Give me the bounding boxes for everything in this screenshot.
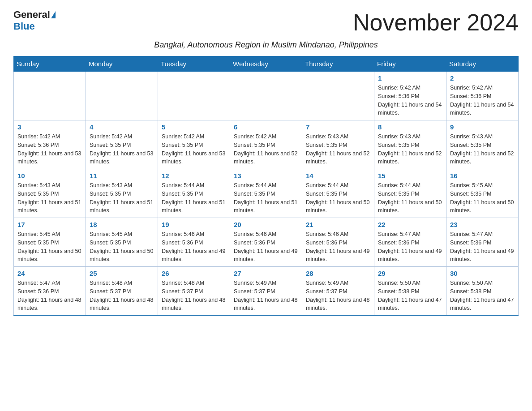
day-of-week-header: Tuesday [158, 56, 230, 72]
calendar-cell: 16Sunrise: 5:45 AMSunset: 5:35 PMDayligh… [446, 169, 519, 218]
day-number: 7 [306, 123, 370, 131]
day-number: 21 [306, 221, 370, 228]
day-number: 25 [90, 270, 154, 277]
calendar-cell: 23Sunrise: 5:47 AMSunset: 5:36 PMDayligh… [446, 218, 519, 267]
day-number: 10 [17, 172, 82, 180]
day-number: 2 [450, 74, 515, 82]
day-number: 9 [450, 123, 515, 131]
calendar-week-row: 3Sunrise: 5:42 AMSunset: 5:36 PMDaylight… [14, 120, 519, 169]
day-info: Sunrise: 5:50 AMSunset: 5:38 PMDaylight:… [378, 279, 442, 313]
calendar-cell: 19Sunrise: 5:46 AMSunset: 5:36 PMDayligh… [158, 218, 230, 267]
calendar-cell: 5Sunrise: 5:42 AMSunset: 5:35 PMDaylight… [158, 120, 230, 169]
day-number: 4 [90, 123, 154, 131]
day-info: Sunrise: 5:45 AMSunset: 5:35 PMDaylight:… [450, 181, 515, 215]
calendar-cell: 1Sunrise: 5:42 AMSunset: 5:36 PMDaylight… [374, 72, 446, 120]
day-number: 19 [162, 221, 226, 228]
day-number: 30 [450, 270, 515, 277]
calendar-cell: 7Sunrise: 5:43 AMSunset: 5:35 PMDaylight… [302, 120, 374, 169]
calendar-cell: 6Sunrise: 5:42 AMSunset: 5:35 PMDaylight… [230, 120, 302, 169]
calendar-week-row: 10Sunrise: 5:43 AMSunset: 5:35 PMDayligh… [14, 169, 519, 218]
day-info: Sunrise: 5:47 AMSunset: 5:36 PMDaylight:… [378, 230, 442, 264]
day-info: Sunrise: 5:42 AMSunset: 5:35 PMDaylight:… [234, 133, 298, 166]
day-info: Sunrise: 5:42 AMSunset: 5:36 PMDaylight:… [450, 84, 515, 117]
calendar-cell: 18Sunrise: 5:45 AMSunset: 5:35 PMDayligh… [86, 218, 158, 267]
calendar-cell [302, 72, 374, 120]
day-of-week-header: Saturday [446, 56, 519, 72]
logo-triangle-icon [51, 11, 56, 18]
calendar-cell: 9Sunrise: 5:43 AMSunset: 5:35 PMDaylight… [446, 120, 519, 169]
calendar-cell: 26Sunrise: 5:48 AMSunset: 5:37 PMDayligh… [158, 267, 230, 316]
calendar-cell: 12Sunrise: 5:44 AMSunset: 5:35 PMDayligh… [158, 169, 230, 218]
calendar-week-row: 17Sunrise: 5:45 AMSunset: 5:35 PMDayligh… [14, 218, 519, 267]
calendar-table: SundayMondayTuesdayWednesdayThursdayFrid… [13, 56, 519, 316]
calendar-cell: 21Sunrise: 5:46 AMSunset: 5:36 PMDayligh… [302, 218, 374, 267]
subtitle: Bangkal, Autonomous Region in Muslim Min… [13, 40, 519, 50]
calendar-week-row: 1Sunrise: 5:42 AMSunset: 5:36 PMDaylight… [14, 72, 519, 120]
day-info: Sunrise: 5:43 AMSunset: 5:35 PMDaylight:… [90, 181, 154, 215]
day-info: Sunrise: 5:49 AMSunset: 5:37 PMDaylight:… [306, 279, 370, 313]
calendar-cell: 13Sunrise: 5:44 AMSunset: 5:35 PMDayligh… [230, 169, 302, 218]
calendar-cell [158, 72, 230, 120]
calendar-cell [14, 72, 86, 120]
day-number: 1 [378, 74, 442, 82]
day-info: Sunrise: 5:45 AMSunset: 5:35 PMDaylight:… [90, 230, 154, 264]
calendar-header-row: SundayMondayTuesdayWednesdayThursdayFrid… [14, 56, 519, 72]
day-number: 24 [17, 270, 82, 277]
calendar-cell: 8Sunrise: 5:43 AMSunset: 5:35 PMDaylight… [374, 120, 446, 169]
page-header: General Blue November 2024 [13, 9, 519, 36]
day-number: 12 [162, 172, 226, 180]
day-number: 18 [90, 221, 154, 228]
day-info: Sunrise: 5:43 AMSunset: 5:35 PMDaylight:… [378, 133, 442, 166]
day-number: 6 [234, 123, 298, 131]
day-number: 11 [90, 172, 154, 180]
day-info: Sunrise: 5:44 AMSunset: 5:35 PMDaylight:… [162, 181, 226, 215]
day-info: Sunrise: 5:43 AMSunset: 5:35 PMDaylight:… [450, 133, 515, 166]
calendar-cell: 14Sunrise: 5:44 AMSunset: 5:35 PMDayligh… [302, 169, 374, 218]
month-title: November 2024 [353, 9, 519, 36]
day-info: Sunrise: 5:42 AMSunset: 5:36 PMDaylight:… [17, 133, 82, 166]
calendar-cell: 20Sunrise: 5:46 AMSunset: 5:36 PMDayligh… [230, 218, 302, 267]
calendar-cell [86, 72, 158, 120]
day-number: 3 [17, 123, 82, 131]
day-info: Sunrise: 5:42 AMSunset: 5:35 PMDaylight:… [90, 133, 154, 166]
day-info: Sunrise: 5:42 AMSunset: 5:36 PMDaylight:… [378, 84, 442, 117]
day-info: Sunrise: 5:42 AMSunset: 5:35 PMDaylight:… [162, 133, 226, 166]
day-info: Sunrise: 5:43 AMSunset: 5:35 PMDaylight:… [17, 181, 82, 215]
day-number: 13 [234, 172, 298, 180]
calendar-cell: 10Sunrise: 5:43 AMSunset: 5:35 PMDayligh… [14, 169, 86, 218]
day-of-week-header: Thursday [302, 56, 374, 72]
logo: General Blue [13, 9, 56, 32]
calendar-cell: 11Sunrise: 5:43 AMSunset: 5:35 PMDayligh… [86, 169, 158, 218]
day-info: Sunrise: 5:48 AMSunset: 5:37 PMDaylight:… [90, 279, 154, 313]
day-info: Sunrise: 5:44 AMSunset: 5:35 PMDaylight:… [306, 181, 370, 215]
day-of-week-header: Friday [374, 56, 446, 72]
day-info: Sunrise: 5:50 AMSunset: 5:38 PMDaylight:… [450, 279, 515, 313]
calendar-cell [230, 72, 302, 120]
day-number: 27 [234, 270, 298, 277]
day-number: 29 [378, 270, 442, 277]
day-info: Sunrise: 5:46 AMSunset: 5:36 PMDaylight:… [234, 230, 298, 264]
calendar-cell: 27Sunrise: 5:49 AMSunset: 5:37 PMDayligh… [230, 267, 302, 316]
day-number: 5 [162, 123, 226, 131]
day-number: 14 [306, 172, 370, 180]
day-number: 16 [450, 172, 515, 180]
calendar-cell: 30Sunrise: 5:50 AMSunset: 5:38 PMDayligh… [446, 267, 519, 316]
calendar-cell: 22Sunrise: 5:47 AMSunset: 5:36 PMDayligh… [374, 218, 446, 267]
day-info: Sunrise: 5:44 AMSunset: 5:35 PMDaylight:… [378, 181, 442, 215]
day-number: 22 [378, 221, 442, 228]
calendar-cell: 25Sunrise: 5:48 AMSunset: 5:37 PMDayligh… [86, 267, 158, 316]
calendar-cell: 24Sunrise: 5:47 AMSunset: 5:36 PMDayligh… [14, 267, 86, 316]
day-number: 26 [162, 270, 226, 277]
day-number: 23 [450, 221, 515, 228]
calendar-cell: 15Sunrise: 5:44 AMSunset: 5:35 PMDayligh… [374, 169, 446, 218]
logo-text: General [13, 9, 56, 21]
calendar-cell: 3Sunrise: 5:42 AMSunset: 5:36 PMDaylight… [14, 120, 86, 169]
day-info: Sunrise: 5:43 AMSunset: 5:35 PMDaylight:… [306, 133, 370, 166]
day-of-week-header: Sunday [14, 56, 86, 72]
day-info: Sunrise: 5:49 AMSunset: 5:37 PMDaylight:… [234, 279, 298, 313]
day-info: Sunrise: 5:47 AMSunset: 5:36 PMDaylight:… [450, 230, 515, 264]
day-info: Sunrise: 5:45 AMSunset: 5:35 PMDaylight:… [17, 230, 82, 264]
day-info: Sunrise: 5:44 AMSunset: 5:35 PMDaylight:… [234, 181, 298, 215]
calendar-cell: 28Sunrise: 5:49 AMSunset: 5:37 PMDayligh… [302, 267, 374, 316]
calendar-cell: 2Sunrise: 5:42 AMSunset: 5:36 PMDaylight… [446, 72, 519, 120]
